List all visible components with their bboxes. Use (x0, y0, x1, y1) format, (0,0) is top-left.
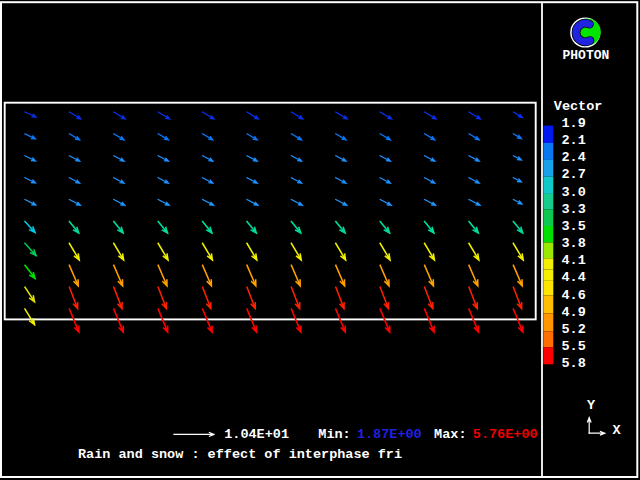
svg-text:5.76E+00: 5.76E+00 (473, 427, 538, 442)
svg-text:Rain and snow : effect of inte: Rain and snow : effect of interphase fri (78, 447, 402, 462)
svg-text:5.8: 5.8 (562, 356, 586, 371)
svg-text:PHOTON: PHOTON (563, 48, 610, 63)
svg-text:1.87E+00: 1.87E+00 (357, 427, 422, 442)
svg-text:5.5: 5.5 (562, 339, 586, 354)
svg-text:X: X (613, 423, 622, 438)
svg-text:3.5: 3.5 (562, 219, 586, 234)
svg-text:1.9: 1.9 (562, 116, 586, 131)
svg-text:5.2: 5.2 (562, 322, 586, 337)
svg-text:4.1: 4.1 (562, 253, 586, 268)
svg-text:3.8: 3.8 (562, 236, 586, 251)
svg-text:Y: Y (587, 398, 596, 413)
svg-text:1.04E+01: 1.04E+01 (224, 427, 289, 442)
svg-text:4.9: 4.9 (562, 305, 586, 320)
svg-text:2.4: 2.4 (562, 150, 586, 165)
svg-text:2.7: 2.7 (562, 167, 586, 182)
svg-text:3.3: 3.3 (562, 202, 586, 217)
svg-text:2.1: 2.1 (562, 133, 586, 148)
svg-text:4.6: 4.6 (562, 288, 586, 303)
svg-text:Max:: Max: (434, 427, 466, 442)
svg-text:4.4: 4.4 (562, 270, 586, 285)
svg-text:3.0: 3.0 (562, 185, 586, 200)
svg-text:Vector: Vector (554, 99, 603, 114)
svg-text:Min:: Min: (318, 427, 350, 442)
